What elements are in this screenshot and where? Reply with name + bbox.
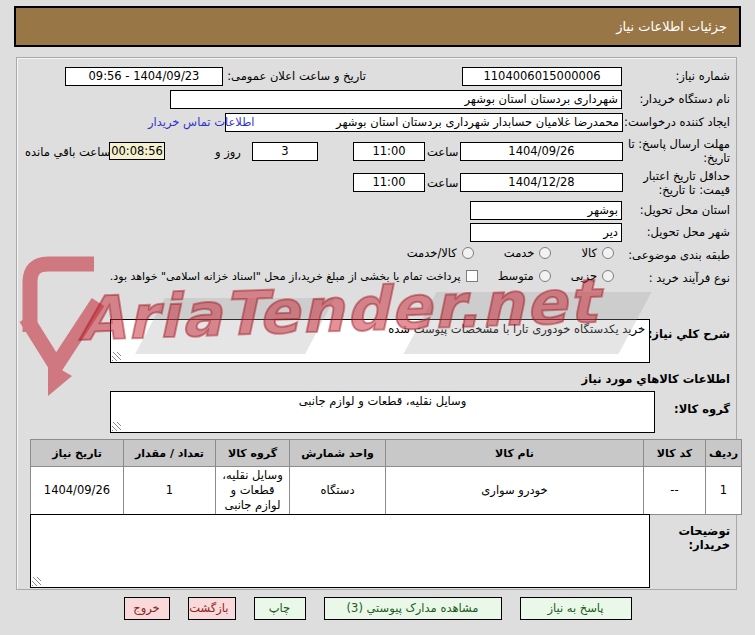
radio-goods[interactable]: [602, 247, 614, 259]
buyer-contact-link[interactable]: اطلاعات تماس خریدار: [148, 115, 255, 129]
announce-datetime-label: تاریخ و ساعت اعلان عمومی:: [227, 69, 366, 83]
need-details-panel: شماره نیاز: 1104006015000006 تاریخ و ساع…: [16, 57, 737, 590]
subject-class-label: طبقه بندی موضوعی:: [628, 248, 730, 262]
radio-goods-service-label: کالا/خدمت: [407, 246, 457, 260]
response-deadline-label: مهلت ارسال پاسخ: تا تاریخ:: [618, 137, 730, 166]
col-goods-group: گروه کالا: [216, 440, 290, 467]
buyer-notes-textarea[interactable]: [30, 514, 650, 588]
buyer-org-field[interactable]: شهرداری بردستان استان بوشهر: [170, 90, 622, 109]
table-row: 1 -- خودرو سواری دستگاه وسایل نقلیه، قطع…: [31, 467, 742, 515]
cell-goods-name: خودرو سواری: [386, 467, 644, 515]
col-need-date: تاریخ نیاز: [31, 440, 124, 467]
purchase-process-options: جزیی متوسط پرداخت تمام یا بخشی از مبلغ خ…: [110, 269, 614, 283]
price-validity-hour-label: ساعت: [427, 176, 458, 190]
radio-partial-label: جزیی: [571, 269, 597, 283]
back-button[interactable]: بازگشت: [188, 597, 236, 620]
col-row-number: ردیف: [706, 440, 742, 467]
col-goods-name: نام کالا: [386, 440, 644, 467]
goods-group-label: گروه کالا:: [674, 402, 730, 416]
response-deadline-hour-label: ساعت: [427, 145, 458, 159]
radio-service-label: خدمت: [504, 246, 535, 260]
radio-goods-service[interactable]: [462, 247, 474, 259]
col-quantity: تعداد / مقدار: [124, 440, 216, 467]
page-title: جزئیات اطلاعات نیاز: [14, 6, 741, 47]
price-validity-date-field[interactable]: 1404/12/28: [460, 173, 623, 192]
view-attached-docs-button[interactable]: مشاهده مدارک پیوستي (3): [324, 597, 502, 620]
subject-class-options: کالا خدمت کالا/خدمت: [407, 246, 614, 260]
radio-goods-label: کالا: [581, 246, 597, 260]
radio-service[interactable]: [539, 247, 551, 259]
cell-quantity: 1: [124, 467, 216, 515]
response-deadline-time-field[interactable]: 11:00: [353, 142, 425, 161]
announce-datetime-field[interactable]: 1404/09/23 - 09:56: [65, 67, 223, 86]
col-goods-code: کد کالا: [644, 440, 706, 467]
goods-table: ردیف کد کالا نام کالا واحد شمارش گروه کا…: [30, 439, 742, 515]
goods-section-title: اطلاعات کالاهاي مورد نیاز: [582, 372, 730, 386]
exit-button[interactable]: خروج: [124, 597, 170, 620]
treasury-docs-checkbox[interactable]: [466, 270, 478, 282]
radio-partial[interactable]: [602, 270, 614, 282]
delivery-city-label: شهر محل تحویل:: [647, 225, 730, 239]
countdown-timer: 00:08:56: [109, 142, 165, 160]
price-validity-label: حداقل تاریخ اعتبار قیمت: تا تاریخ:: [618, 169, 730, 198]
cell-need-date: 1404/09/26: [31, 467, 124, 515]
goods-group-textarea[interactable]: وسایل نقلیه، قطعات و لوازم جانبی: [110, 391, 655, 433]
need-number-field[interactable]: 1104006015000006: [462, 67, 622, 86]
need-description-textarea[interactable]: خرید یکدستگاه خودوری تارا با مشخصات پیوس…: [110, 319, 650, 363]
days-and-label: روز و: [215, 145, 241, 159]
goods-table-header-row: ردیف کد کالا نام کالا واحد شمارش گروه کا…: [31, 440, 742, 467]
treasury-docs-checkbox-label: پرداخت تمام یا بخشی از مبلغ خرید،از محل …: [110, 270, 461, 283]
cell-goods-group: وسایل نقلیه، قطعات و لوازم جانبی: [216, 467, 290, 515]
action-buttons: پاسخ به نیاز مشاهده مدارک پیوستي (3) چاپ…: [0, 597, 755, 620]
price-validity-time-field[interactable]: 11:00: [353, 173, 425, 192]
cell-count-unit: دستگاه: [290, 467, 386, 515]
radio-medium-label: متوسط: [498, 269, 534, 283]
request-creator-label: ایجاد کننده درخواست:: [624, 115, 730, 129]
print-button[interactable]: چاپ: [254, 597, 306, 620]
purchase-process-label: نوع فرآیند خرید :: [649, 271, 730, 285]
cell-goods-code: --: [644, 467, 706, 515]
col-count-unit: واحد شمارش: [290, 440, 386, 467]
buyer-notes-label: توضیحات خریدار:: [660, 524, 730, 553]
request-creator-field[interactable]: محمدرضا غلامیان حسابدار شهرداری بردستان …: [225, 113, 623, 132]
cell-row-number: 1: [706, 467, 742, 515]
need-number-label: شماره نیاز:: [675, 69, 730, 83]
remaining-days-field[interactable]: 3: [252, 142, 318, 161]
need-description-label: شرح کلي نیاز:: [648, 327, 730, 341]
delivery-province-label: استان محل تحویل:: [640, 203, 730, 217]
respond-to-need-button[interactable]: پاسخ به نیاز: [520, 597, 632, 620]
hours-remaining-label: ساعت باقي مانده: [25, 145, 110, 159]
radio-medium[interactable]: [539, 270, 551, 282]
delivery-province-field[interactable]: بوشهر: [470, 201, 622, 220]
response-deadline-date-field[interactable]: 1404/09/26: [460, 142, 623, 161]
buyer-org-label: نام دستگاه خریدار:: [639, 92, 730, 106]
delivery-city-field[interactable]: دیر: [470, 223, 622, 242]
